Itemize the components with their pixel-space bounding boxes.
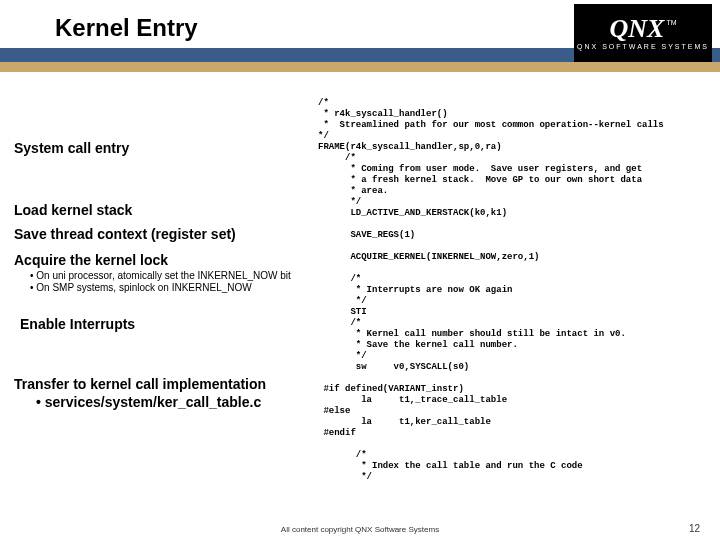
slide-title: Kernel Entry bbox=[55, 14, 198, 42]
footer-copyright: All content copyright QNX Software Syste… bbox=[0, 525, 720, 534]
item-save-context: Save thread context (register set) bbox=[14, 226, 236, 242]
item-services: • services/system/ker_call_table.c bbox=[36, 394, 261, 410]
accent-bar bbox=[0, 62, 720, 72]
slide-header: Kernel Entry QNX TM QNX SOFTWARE SYSTEMS bbox=[0, 0, 720, 62]
item-acquire-lock: Acquire the kernel lock bbox=[14, 252, 168, 268]
code-block: /* * r4k_syscall_handler() * Streamlined… bbox=[318, 98, 664, 483]
logo-text: QNX bbox=[609, 17, 664, 41]
bullet-uni: • On uni processor, atomically set the I… bbox=[30, 270, 291, 282]
slide-body: System call entry Load kernel stack Save… bbox=[0, 80, 720, 520]
bullet-smp: • On SMP systems, spinlock on INKERNEL_N… bbox=[30, 282, 252, 294]
page-number: 12 bbox=[689, 523, 700, 534]
item-enable-int: Enable Interrupts bbox=[20, 316, 135, 332]
logo-subtitle: QNX SOFTWARE SYSTEMS bbox=[577, 43, 709, 50]
logo-tm: TM bbox=[666, 19, 676, 26]
qnx-logo: QNX TM QNX SOFTWARE SYSTEMS bbox=[574, 4, 712, 62]
item-transfer: Transfer to kernel call implementation bbox=[14, 376, 266, 392]
item-load-stack: Load kernel stack bbox=[14, 202, 132, 218]
item-syscall-entry: System call entry bbox=[14, 140, 129, 156]
